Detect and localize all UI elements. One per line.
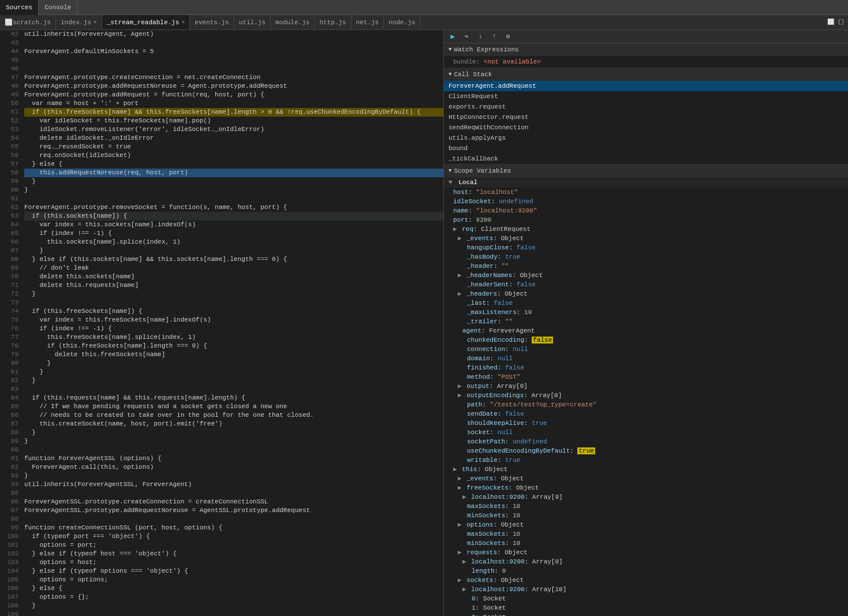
line-number: 42: [0, 30, 18, 39]
file-tab-module[interactable]: module.js: [271, 15, 315, 30]
scope-var-item[interactable]: ▶ localhost:9200: Array[0]: [444, 557, 848, 566]
expand-icon[interactable]: ▶: [458, 577, 465, 584]
line-number: 100: [0, 532, 18, 541]
tab-console[interactable]: Console: [39, 0, 77, 15]
var-value: ForeverAgent: [489, 327, 535, 334]
expand-icon[interactable]: ▶: [462, 558, 470, 565]
expand-icon[interactable]: ▶: [458, 272, 465, 279]
call-stack-item[interactable]: ForeverAgent.addRequest: [444, 81, 848, 91]
pretty-print-button[interactable]: {}: [836, 18, 846, 27]
expand-icon[interactable]: ▶: [458, 484, 465, 491]
scope-var-item[interactable]: ▶ _headers: Object: [444, 289, 848, 298]
expand-icon[interactable]: ▶: [453, 226, 461, 233]
code-line: if (this.freeSockets[name] && this.freeS…: [24, 108, 443, 117]
code-line: req.onSocket(idleSocket): [24, 151, 443, 160]
var-name: _trailer: [467, 318, 498, 325]
call-stack-item[interactable]: _tickCallback: [444, 154, 848, 164]
close-stream-icon[interactable]: ✕: [181, 15, 185, 30]
expand-icon[interactable]: ▶: [458, 392, 465, 399]
var-value: true: [577, 447, 595, 454]
step-over-button[interactable]: ↷: [460, 30, 473, 43]
file-tab-node[interactable]: node.js: [384, 15, 420, 30]
scope-var-item[interactable]: ▶ freeSockets: Object: [444, 483, 848, 492]
var-value: 10: [513, 512, 520, 519]
scope-var-item[interactable]: ▶ _headerNames: Object: [444, 271, 848, 280]
file-tab-index[interactable]: index.js ✕: [56, 15, 102, 30]
step-out-button[interactable]: ↑: [488, 30, 500, 43]
split-view-button[interactable]: ⬜: [826, 18, 835, 27]
file-tab-stream[interactable]: _stream_readable.js ✕: [102, 15, 190, 30]
expand-icon[interactable]: ▶: [462, 494, 470, 501]
line-number: 76: [0, 324, 18, 333]
var-separator: :: [498, 253, 505, 260]
scope-var-item: path: "/tests/test?op_type=create": [444, 400, 848, 409]
call-stack-item[interactable]: HttpConnector.request: [444, 112, 848, 122]
scope-var-item[interactable]: ▶ req: ClientRequest: [444, 225, 848, 234]
line-number: 60: [0, 186, 18, 195]
right-panel: ▶ ↷ ↓ ↑ ⊘ ▼ Watch Expressions bundle: <n…: [444, 30, 848, 616]
call-stack-item[interactable]: sendReqWithConnection: [444, 122, 848, 133]
scope-var-item[interactable]: ▶ this: Object: [444, 465, 848, 474]
var-value: false: [517, 281, 536, 288]
scope-var-item[interactable]: ▶ sockets: Object: [444, 576, 848, 585]
expand-icon[interactable]: ▶: [453, 466, 461, 473]
line-number: 59: [0, 177, 18, 186]
call-stack-item[interactable]: ClientRequest: [444, 91, 848, 102]
scope-var-item: _hasBody: true: [444, 252, 848, 262]
scope-var-item[interactable]: ▶ requests: Object: [444, 548, 848, 557]
tab-sources[interactable]: Sources: [0, 0, 39, 15]
expand-icon[interactable]: ▶: [458, 521, 465, 528]
call-stack-item[interactable]: exports.request: [444, 102, 848, 112]
file-tab-util[interactable]: util.js: [234, 15, 271, 30]
code-line: [24, 39, 443, 47]
scope-var-item[interactable]: ▶ localhost:9200: Array[10]: [444, 585, 848, 594]
code-line: ForeverAgent.prototype.removeSocket = fu…: [24, 203, 443, 212]
line-number: 54: [0, 134, 18, 143]
file-tab-http[interactable]: http.js: [315, 15, 351, 30]
scope-var-item[interactable]: ▶ _events: Object: [444, 474, 848, 483]
scope-var-item[interactable]: ▶ output: Array[0]: [444, 382, 848, 391]
var-separator: :: [505, 503, 513, 510]
call-stack-item[interactable]: utils.applyArgs: [444, 133, 848, 143]
scope-var-item[interactable]: ▶ localhost:9200: Array[9]: [444, 492, 848, 502]
var-value: "": [505, 318, 513, 325]
line-number: 43: [0, 39, 18, 47]
step-into-button[interactable]: ↓: [474, 30, 487, 43]
debugger-toolbar: ▶ ↷ ↓ ↑ ⊘: [444, 30, 848, 43]
var-value: true: [505, 457, 520, 464]
scope-var-item[interactable]: ▶ options: Object: [444, 520, 848, 529]
file-tab-events[interactable]: events.js: [190, 15, 234, 30]
resume-button[interactable]: ▶: [446, 30, 459, 43]
scope-var-item: length: 0: [444, 566, 848, 576]
code-line: if (this.sockets[name]) {: [24, 212, 443, 221]
call-stack-item[interactable]: bound: [444, 143, 848, 154]
var-name: method: [467, 374, 490, 380]
expand-icon[interactable]: ▶: [458, 475, 465, 482]
expand-icon[interactable]: ▶: [458, 290, 465, 297]
scope-var-item: finished: false: [444, 363, 848, 372]
code-line: var index = this.sockets[name].indexOf(s…: [24, 221, 443, 229]
local-scope-label: ▼ Local: [444, 177, 848, 188]
close-index-icon[interactable]: ✕: [94, 15, 97, 30]
call-stack-header[interactable]: ▼ Call Stack: [444, 68, 848, 81]
expand-icon[interactable]: ▶: [462, 586, 470, 593]
expand-icon[interactable]: ▶: [458, 383, 465, 390]
scope-var-item[interactable]: ▶ _events: Object: [444, 234, 848, 243]
scope-variables-header[interactable]: ▼ Scope Variables: [444, 165, 848, 177]
expand-icon[interactable]: ▶: [458, 549, 465, 556]
file-tab-net[interactable]: net.js: [352, 15, 384, 30]
code-content[interactable]: 4243444546474849505152535455565758596061…: [0, 30, 443, 616]
scope-var-item[interactable]: ▶ outputEncodings: Array[0]: [444, 391, 848, 400]
var-value: "": [501, 263, 509, 270]
deactivate-breakpoints-button[interactable]: ⊘: [502, 30, 514, 43]
var-separator: :: [517, 309, 524, 316]
file-tab-scratch[interactable]: ⬜ scratch.js: [0, 15, 56, 30]
watch-expressions-header[interactable]: ▼ Watch Expressions: [444, 43, 848, 56]
code-line: }: [24, 247, 443, 255]
var-name: outputEncodings: [466, 392, 524, 399]
var-value: true: [532, 420, 547, 427]
line-number: 46: [0, 65, 18, 73]
code-line: delete this.sockets[name]: [24, 272, 443, 281]
var-separator: :: [525, 586, 532, 593]
expand-icon[interactable]: ▶: [458, 235, 465, 242]
